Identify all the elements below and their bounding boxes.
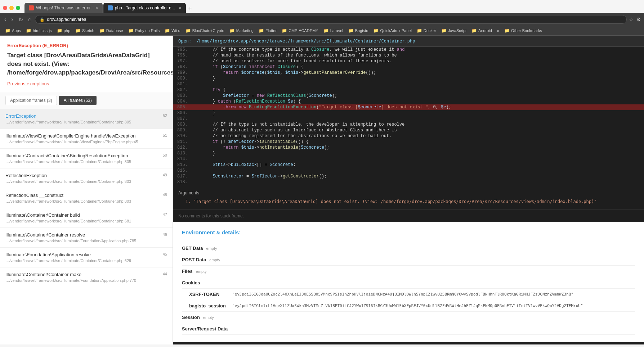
bookmark-ruby[interactable]: 📁 Ruby on Rails — [126, 27, 162, 34]
stack-item[interactable]: 49 ReflectionException …/vendor/laravel/… — [0, 168, 173, 188]
error-header: ErrorException (E_ERROR) Target class [D… — [0, 36, 173, 92]
tab-close-icon[interactable]: × — [95, 5, 98, 11]
bookmark-label: Ruby on Rails — [135, 28, 160, 33]
folder-icon: 📁 — [185, 28, 191, 33]
title-bar: Whoops! There was an error. × php - Targ… — [0, 0, 644, 13]
bookmark-label: Database — [106, 28, 123, 33]
bookmark-other[interactable]: 📁 Other Bookmarks — [502, 27, 544, 34]
env-row-session: Session empty — [182, 312, 635, 323]
bookmark-label: QuickAdminPanel — [380, 28, 411, 33]
app-frames-button[interactable]: Application frames (3) — [5, 96, 57, 105]
code-line: 806. } — [173, 110, 644, 116]
folder-icon: 📁 — [373, 28, 379, 33]
env-row-post: POST Data empty — [182, 254, 635, 266]
code-line: 815. $this->buildStack[] = $concrete; — [173, 162, 644, 168]
bookmark-label: » — [497, 28, 499, 33]
code-line: 802. try { — [173, 87, 644, 93]
stack-item[interactable]: 51 Illuminate\View\Engines\CompilerEngin… — [0, 129, 173, 149]
code-line: 796. // hand back the results of the fun… — [173, 53, 644, 58]
stack-file: …/vendor/laravel/framework/src/Illuminat… — [5, 199, 167, 203]
address-text: drov.app/admin/area — [47, 17, 86, 22]
tab-favicon — [29, 5, 34, 10]
maximize-window-button[interactable] — [16, 6, 20, 10]
code-line: 810. // no binding registered for the ab… — [173, 133, 644, 139]
code-line: 813. } — [173, 150, 644, 156]
bookmark-php[interactable]: 📁 php — [55, 27, 72, 34]
env-val: "eyJpdiI6IGJdaUUZoc2l4OXhLeEJ3OE5SQ05VMn… — [232, 289, 635, 300]
bookmark-label: BlocChain+Crypto — [192, 28, 224, 33]
arguments-label: Arguments — [178, 190, 639, 195]
bookmark-laravel[interactable]: 📁 Laravel — [321, 27, 345, 34]
tab-php[interactable]: php - Target class controller d... × — [103, 3, 186, 13]
right-panel: Open: /home/forge/drov.app/vendor/larave… — [173, 36, 644, 344]
new-tab-button[interactable]: + — [187, 5, 193, 13]
environment-table: GET Data empty POST Data empty Files emp… — [182, 243, 635, 335]
env-row-xsrf: XSRF-TOKEN "eyJpdiI6IGJdaUUZoc2l4OXhLeEJ… — [182, 289, 635, 300]
arguments-section: Arguments 1. "Target class [Drov\Area\Da… — [173, 185, 644, 209]
stack-item[interactable]: 46 Illuminate\Container\Container resolv… — [0, 228, 173, 248]
back-button[interactable]: ‹ — [3, 15, 8, 23]
code-header: Open: /home/forge/drov.app/vendor/larave… — [173, 36, 644, 47]
folder-icon: 📁 — [128, 28, 134, 33]
bookmark-apps[interactable]: 📁 Apps — [3, 27, 23, 34]
tab-whoops[interactable]: Whoops! There was an error. × — [24, 3, 103, 13]
all-frames-button[interactable]: All frames (53) — [59, 96, 97, 105]
env-val — [232, 266, 635, 277]
folder-icon: 📁 — [229, 28, 235, 33]
stack-item[interactable]: 50 Illuminate\Contracts\Container\Bindin… — [0, 149, 173, 168]
stack-class: Illuminate\Container\Container resolve — [5, 232, 167, 238]
code-line: 817. $constructor = $reflector->getConst… — [173, 174, 644, 179]
stack-class: Illuminate\Container\Container build — [5, 212, 167, 218]
bookmark-more[interactable]: » — [495, 28, 501, 33]
bookmark-android[interactable]: 📁 Android — [469, 27, 494, 34]
bookmark-html[interactable]: 📁 html-css-js — [24, 27, 54, 34]
tab-close-icon[interactable]: × — [179, 5, 182, 11]
bookmark-label: Wii u — [171, 28, 180, 33]
env-badge: empty — [202, 315, 214, 320]
folder-icon: 📁 — [348, 28, 354, 33]
stack-item[interactable]: 52 ErrorException …/vendor/laravel/frame… — [0, 109, 173, 129]
address-bar[interactable]: 🔒 drov.app/admin/area — [35, 15, 627, 24]
bookmark-bagisto[interactable]: 📁 Bagisto — [346, 27, 371, 34]
bookmark-sketch[interactable]: 📁 Sketch — [73, 27, 97, 34]
folder-icon: 📁 — [26, 28, 31, 33]
stack-num: 49 — [163, 173, 167, 177]
bookmark-js[interactable]: 📁 JavaScript — [439, 27, 469, 34]
env-row-session-cookie: bagisto_session "eyJpdiI6IGlmlcL1VqeXllZ… — [182, 300, 635, 312]
bookmark-database[interactable]: 📁 Database — [97, 27, 125, 34]
env-key: GET Data empty — [182, 243, 232, 254]
minimize-window-button[interactable] — [9, 6, 14, 10]
stack-class: Illuminate\View\Engines\CompilerEngine h… — [5, 133, 167, 139]
stack-item[interactable]: 44 Illuminate\Container\Container make …… — [0, 267, 173, 287]
bookmark-label: Laravel — [330, 28, 343, 33]
extensions-icon[interactable]: ⚙ — [636, 17, 641, 22]
code-body: 795. // If the concrete type is actually… — [173, 47, 644, 185]
star-icon[interactable]: ☆ — [629, 17, 634, 22]
home-button[interactable]: ⌂ — [27, 15, 33, 23]
bookmark-quickadmin[interactable]: 📁 QuickAdminPanel — [371, 27, 413, 34]
stack-item[interactable]: 47 Illuminate\Container\Container build … — [0, 208, 173, 228]
env-badge: empty — [205, 246, 217, 251]
code-line: 812. return $this->notInstantiable($conc… — [173, 145, 644, 150]
folder-icon: 📁 — [259, 28, 264, 33]
reload-button[interactable]: ↻ — [17, 15, 24, 24]
folder-icon: 📁 — [471, 28, 477, 33]
folder-icon: 📁 — [441, 28, 447, 33]
env-key: Cookies — [182, 277, 232, 289]
previous-exceptions-link[interactable]: Previous exceptions — [7, 81, 49, 86]
bookmark-marketing[interactable]: 📁 Marketing — [227, 27, 256, 34]
folder-icon: 📁 — [5, 28, 10, 33]
stack-item[interactable]: 45 Illuminate\Foundation\Application res… — [0, 248, 173, 267]
forward-button[interactable]: › — [10, 15, 14, 23]
env-key: Server/Request Data — [182, 323, 232, 335]
bookmark-flutter[interactable]: 📁 Flutter — [256, 27, 279, 34]
stack-item[interactable]: 48 ReflectionClass __construct …/vendor/… — [0, 188, 173, 208]
tab-title: Whoops! There was an error. — [36, 5, 92, 10]
close-window-button[interactable] — [3, 6, 7, 10]
bookmark-label: JavaScript — [448, 28, 466, 33]
bookmark-wiiu[interactable]: 📁 Wii u — [162, 27, 182, 34]
bookmark-cmp[interactable]: 📁 CMP-ACADEMY — [279, 27, 321, 34]
environment-section: Environment & details: GET Data empty PO… — [173, 222, 644, 342]
bookmark-docker[interactable]: 📁 Docker — [415, 27, 438, 34]
bookmark-blockchain[interactable]: 📁 BlocChain+Crypto — [183, 27, 227, 34]
